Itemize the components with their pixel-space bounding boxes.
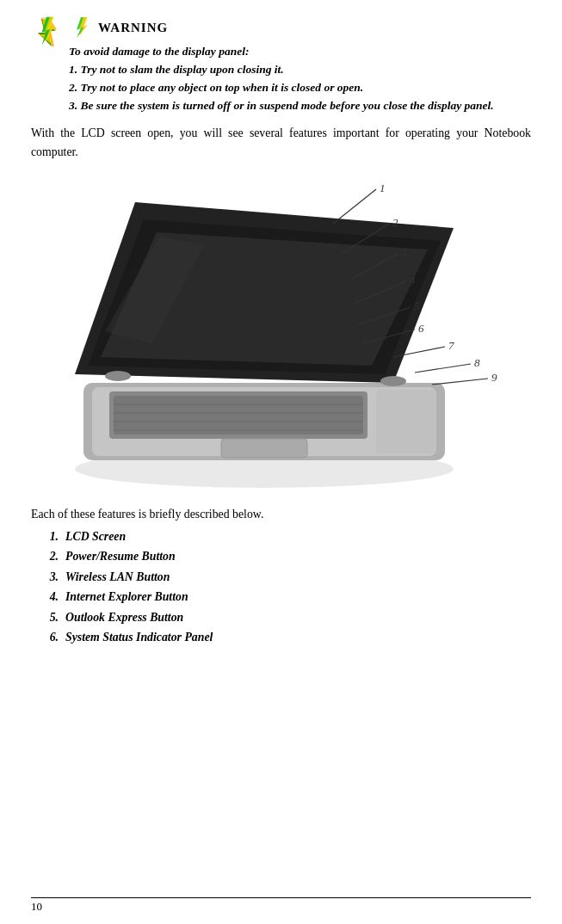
svg-line-40 bbox=[432, 379, 488, 385]
page-footer: 10 bbox=[31, 897, 531, 914]
warning-text: To avoid damage to the display panel: 1.… bbox=[69, 43, 531, 115]
list-item: 4. Internet Explorer Button bbox=[31, 587, 531, 607]
svg-text:4: 4 bbox=[410, 274, 416, 286]
svg-rect-16 bbox=[221, 439, 307, 458]
svg-point-23 bbox=[380, 376, 406, 386]
features-intro: Each of these features is briefly descri… bbox=[31, 508, 531, 521]
svg-rect-17 bbox=[376, 390, 436, 453]
svg-point-22 bbox=[105, 371, 131, 381]
svg-text:1: 1 bbox=[380, 182, 386, 194]
svg-text:8: 8 bbox=[474, 356, 480, 369]
page-number: 10 bbox=[31, 900, 42, 913]
svg-text:9: 9 bbox=[491, 371, 497, 384]
svg-text:6: 6 bbox=[418, 322, 424, 335]
warning-box: WARNING To avoid damage to the display p… bbox=[31, 15, 531, 115]
list-item: 1. LCD Screen bbox=[31, 527, 531, 546]
svg-text:3: 3 bbox=[400, 246, 407, 259]
warning-content: WARNING To avoid damage to the display p… bbox=[69, 15, 531, 115]
svg-line-38 bbox=[415, 364, 471, 373]
list-item: 3. Wireless LAN Button bbox=[31, 567, 531, 587]
svg-text:5: 5 bbox=[414, 299, 420, 312]
svg-text:7: 7 bbox=[448, 339, 454, 352]
warning-icon bbox=[31, 17, 62, 48]
svg-line-24 bbox=[333, 189, 376, 224]
features-list: 1. LCD Screen 2. Power/Resume Button 3. … bbox=[31, 527, 531, 648]
svg-text:2: 2 bbox=[392, 216, 398, 229]
svg-rect-11 bbox=[114, 396, 363, 434]
list-item: 6. System Status Indicator Panel bbox=[31, 627, 531, 647]
list-item: 2. Power/Resume Button bbox=[31, 546, 531, 566]
warning-title: WARNING bbox=[69, 15, 531, 40]
body-text: With the LCD screen open, you will see s… bbox=[31, 124, 531, 162]
list-item: 5. Outlook Express Button bbox=[31, 607, 531, 627]
laptop-image: 1 2 3 4 5 6 7 8 9 bbox=[31, 172, 531, 499]
